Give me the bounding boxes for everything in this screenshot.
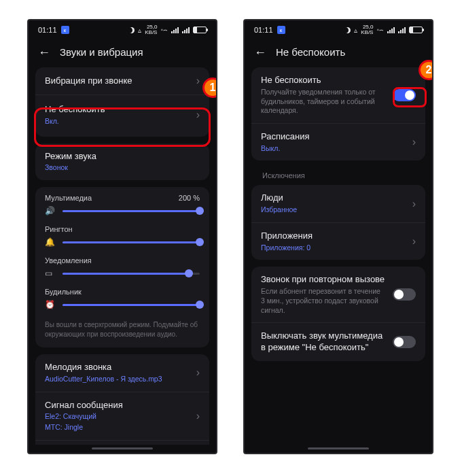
row-ringtone[interactable]: Мелодия звонка AudioCutter_Кипелов - Я з… — [35, 354, 209, 392]
signal-icon-2 — [398, 27, 406, 33]
media-slider[interactable] — [63, 210, 200, 212]
row-notif-sound[interactable]: Звуковой сигнал уведомлений Мелодии › — [35, 440, 209, 445]
chevron-right-icon: › — [196, 109, 200, 121]
home-indicator[interactable] — [92, 447, 153, 449]
phone-right: 01:11 к ▵ 25,0KB/S ◦⌢ ← Не беспокоить Не… — [243, 19, 433, 454]
vibrate-icon: ▵ — [138, 27, 141, 34]
battery-icon — [409, 27, 423, 33]
vibrate-icon: ▵ — [354, 27, 357, 34]
notification-icon: ▭ — [45, 269, 56, 278]
notif-slider[interactable] — [63, 273, 200, 275]
signal-icon — [387, 27, 395, 33]
signal-icon — [171, 27, 179, 33]
battery-icon — [193, 27, 207, 33]
bell-icon: 🔔 — [45, 237, 56, 247]
row-people[interactable]: Люди Избранное › — [251, 185, 425, 222]
row-repeat-call[interactable]: Звонок при повторном вызове Если абонент… — [251, 267, 425, 322]
status-bar: 01:11 к ▵ 25,0KB/S ◦⌢ — [29, 20, 216, 39]
row-sound-mode[interactable]: Режим звука Звонок — [35, 143, 209, 181]
ringtone-slider[interactable] — [63, 241, 200, 243]
chevron-right-icon: › — [412, 198, 416, 210]
status-time: 01:11 — [38, 26, 57, 34]
speaker-icon: 🔊 — [45, 206, 56, 216]
status-time: 01:11 — [254, 26, 273, 34]
status-bar: 01:11 к ▵ 25,0KB/S ◦⌢ — [245, 20, 432, 39]
notif-badge-icon: к — [61, 26, 69, 34]
row-apps[interactable]: Приложения Приложения: 0 › — [251, 222, 425, 260]
chevron-right-icon: › — [196, 75, 200, 87]
repeat-call-toggle[interactable] — [393, 288, 416, 301]
wifi-icon: ◦⌢ — [376, 26, 384, 34]
home-indicator[interactable] — [308, 447, 369, 449]
dnd-icon — [128, 27, 135, 33]
volume-warning: Вы вошли в сверхгромкий режим. Подумайте… — [35, 320, 209, 347]
step-badge-2: 2 — [419, 60, 433, 80]
volume-card: Мультимедиа200 % 🔊 Рингтон 🔔 Уведомления… — [35, 187, 209, 347]
dnd-toggle[interactable] — [393, 89, 416, 101]
app-header: ← Звуки и вибрация — [29, 39, 216, 67]
chevron-right-icon: › — [412, 235, 416, 248]
row-dnd[interactable]: Не беспокоить Вкл. › — [35, 95, 209, 137]
alarm-slider[interactable] — [63, 304, 200, 306]
signal-icon-2 — [182, 27, 190, 33]
phone-left: 01:11 к ▵ 25,0KB/S ◦⌢ ← Звуки и вибрация… — [27, 19, 217, 454]
chevron-right-icon: › — [196, 367, 200, 379]
page-title: Звуки и вибрация — [60, 46, 143, 58]
row-mute-media[interactable]: Выключать звук мультимедиа в режиме "Не … — [251, 322, 425, 361]
dnd-icon — [344, 27, 351, 33]
back-icon[interactable]: ← — [38, 48, 50, 57]
step-badge-1: 1 — [202, 78, 217, 98]
back-icon[interactable]: ← — [254, 48, 266, 57]
row-msg-sound[interactable]: Сигнал сообщения Ele2: Скачущий МТС: Jin… — [35, 392, 209, 440]
row-vibration[interactable]: Вибрация при звонке › — [35, 67, 209, 95]
chevron-right-icon: › — [196, 410, 200, 422]
notif-badge-icon: к — [277, 26, 285, 34]
page-title: Не беспокоить — [276, 46, 345, 58]
chevron-right-icon: › — [412, 136, 416, 148]
section-exceptions: Исключения — [251, 167, 425, 185]
mute-media-toggle[interactable] — [393, 336, 416, 348]
row-schedules[interactable]: Расписания Выкл. › — [251, 123, 425, 161]
alarm-icon: ⏰ — [45, 300, 56, 309]
wifi-icon: ◦⌢ — [160, 26, 168, 34]
app-header: ← Не беспокоить — [245, 39, 432, 67]
row-dnd-toggle[interactable]: Не беспокоить Получайте уведомления толь… — [251, 67, 425, 123]
